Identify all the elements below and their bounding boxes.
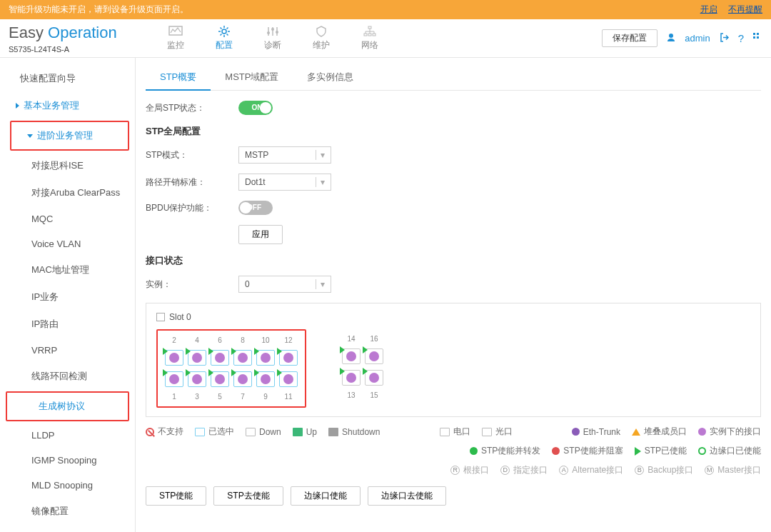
nav-diagnose[interactable]: 诊断	[248, 22, 297, 54]
edge-disable-button[interactable]: 边缘口去使能	[368, 486, 446, 506]
port-4[interactable]	[188, 350, 206, 366]
port-13[interactable]	[342, 370, 361, 386]
chevron-down-icon: ▾	[316, 279, 325, 289]
nav-config[interactable]: 配置	[200, 22, 248, 54]
sidebar-wizard[interactable]: 快速配置向导	[0, 65, 135, 92]
toggle-bpdu[interactable]: OFF	[238, 201, 273, 215]
slot-checkbox[interactable]	[156, 313, 165, 321]
sidebar-item-clearpass[interactable]: 对接Aruba ClearPass	[0, 179, 135, 206]
tab-stp-summary[interactable]: STP概要	[146, 65, 211, 91]
nosupport-icon	[146, 428, 154, 436]
nav-network[interactable]: 网络	[346, 22, 394, 54]
edge-icon	[698, 447, 706, 455]
port-9[interactable]	[256, 371, 275, 387]
master-icon: M	[705, 466, 714, 475]
nav-monitor[interactable]: 监控	[151, 22, 200, 54]
label-stp-mode: STP模式：	[146, 149, 238, 161]
selected-icon	[195, 428, 205, 436]
port-15[interactable]	[365, 370, 383, 386]
svg-rect-16	[757, 36, 759, 39]
svg-rect-11	[373, 34, 376, 36]
save-config-button[interactable]: 保存配置	[602, 29, 657, 47]
label-bpdu: BPDU保护功能：	[146, 202, 238, 214]
username[interactable]: admin	[685, 33, 710, 44]
port-14[interactable]	[342, 348, 361, 364]
sidebar-item-ip[interactable]: IP业务	[0, 283, 135, 311]
section-port-status: 接口状态	[146, 254, 761, 267]
play-icon	[163, 348, 168, 355]
svg-rect-15	[753, 36, 755, 39]
sidebar-item-mirror[interactable]: 镜像配置	[0, 498, 135, 525]
label-global-stp: 全局STP状态：	[146, 102, 238, 114]
shutdown-icon	[328, 428, 338, 436]
sidebar-item-mac[interactable]: MAC地址管理	[0, 256, 135, 283]
port-10[interactable]	[256, 350, 275, 366]
legend-port-roles: R根接口 D指定接口 AAlternate接口 BBackup接口 MMaste…	[146, 464, 761, 476]
banner-open-link[interactable]: 开启	[700, 4, 717, 14]
port-2[interactable]	[165, 350, 183, 366]
port-group-side: 1416 1315	[335, 329, 390, 408]
label-instance: 实例：	[146, 278, 238, 291]
port-16[interactable]	[365, 348, 383, 364]
sidebar: 快速配置向导 基本业务管理 进阶业务管理 对接思科ISE 对接Aruba Cle…	[0, 58, 136, 532]
svg-point-5	[267, 31, 270, 34]
banner-dismiss-link[interactable]: 不再提醒	[728, 4, 762, 14]
chevron-down-icon: ▾	[316, 177, 325, 187]
block-icon	[552, 447, 560, 455]
instance-port-icon	[698, 428, 706, 436]
logout-icon[interactable]	[719, 32, 730, 45]
sidebar-item-vrrp[interactable]: VRRP	[0, 338, 135, 363]
nav-maintain[interactable]: 维护	[297, 22, 346, 54]
fwd-icon	[470, 447, 478, 455]
user-icon	[666, 32, 676, 44]
edge-enable-button[interactable]: 边缘口使能	[291, 486, 361, 506]
toggle-global-stp[interactable]: ON	[238, 101, 273, 115]
sidebar-group-advanced[interactable]: 进阶业务管理	[10, 121, 129, 151]
svg-rect-14	[757, 33, 759, 35]
apps-icon[interactable]	[752, 32, 762, 44]
help-icon[interactable]: ?	[738, 32, 744, 44]
sidebar-item-voicevlan[interactable]: Voice VLAN	[0, 231, 135, 256]
svg-point-12	[669, 34, 673, 38]
up-icon	[293, 428, 303, 436]
sidebar-group-basic[interactable]: 基本业务管理	[0, 92, 135, 119]
tab-mstp[interactable]: MSTP域配置	[211, 65, 293, 90]
device-model: S5735-L24T4S-A	[9, 45, 137, 54]
sidebar-item-lldp[interactable]: LLDP	[0, 423, 135, 448]
sidebar-item-stack[interactable]: 堆叠	[0, 525, 135, 532]
enabled-icon	[635, 447, 641, 456]
port-6[interactable]	[211, 350, 229, 366]
select-stp-mode[interactable]: MSTP▾	[238, 146, 331, 164]
sidebar-item-igmp[interactable]: IGMP Snooping	[0, 448, 135, 473]
legend-stp-status: STP使能并转发 STP使能并阻塞 STP已使能 边缘口已使能	[146, 445, 761, 457]
banner-text: 智能升级功能未开启，请到设备升级页面开启。	[9, 4, 188, 16]
elec-icon	[440, 428, 450, 436]
port-8[interactable]	[233, 350, 252, 366]
port-7[interactable]	[233, 371, 252, 387]
stp-disable-button[interactable]: STP去使能	[213, 486, 283, 506]
stp-enable-button[interactable]: STP使能	[146, 486, 206, 506]
select-instance[interactable]: 0▾	[238, 276, 331, 293]
port-12[interactable]	[279, 350, 298, 366]
legend-port-types: 不支持 已选中 Down Up Shutdown 电口 光口 Eth-Trunk…	[146, 426, 761, 438]
instance-dot-icon	[169, 353, 179, 363]
stack-icon	[632, 428, 640, 436]
sidebar-item-stp[interactable]: 生成树协议	[6, 391, 129, 421]
sidebar-item-mld[interactable]: MLD Snooping	[0, 473, 135, 498]
port-1[interactable]	[165, 371, 183, 387]
sidebar-item-ise[interactable]: 对接思科ISE	[0, 152, 135, 179]
apply-button[interactable]: 应用	[238, 225, 283, 244]
shield-icon	[313, 25, 329, 38]
ethtrunk-icon	[572, 428, 580, 436]
port-5[interactable]	[211, 371, 229, 387]
sidebar-item-loopback[interactable]: 线路环回检测	[0, 363, 135, 390]
optical-icon	[482, 428, 492, 436]
sidebar-item-mqc[interactable]: MQC	[0, 206, 135, 231]
select-pathcost[interactable]: Dot1t▾	[238, 174, 331, 191]
sidebar-item-iproute[interactable]: IP路由	[0, 311, 135, 338]
tab-multi[interactable]: 多实例信息	[293, 65, 368, 90]
down-icon	[246, 428, 256, 436]
port-11[interactable]	[279, 371, 298, 387]
port-3[interactable]	[188, 371, 206, 387]
svg-rect-8	[368, 26, 371, 29]
